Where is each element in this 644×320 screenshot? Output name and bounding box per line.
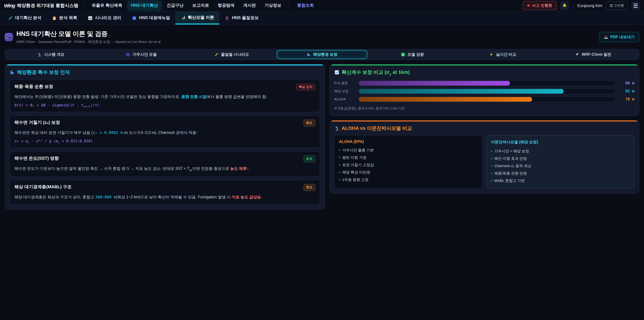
nav-item-integrated-search[interactable]: 통합조회 — [293, 1, 318, 11]
subnav-label: 분석 목록 — [59, 15, 77, 21]
factor-card-surface-roughness: 해수면 거칠기 (z₀) 보정 중요 해수면은 육상 대비 표면 거칠기가 매우… — [10, 115, 320, 148]
tab-gaussian-model[interactable]: 가우시안 모델 — [96, 50, 186, 59]
tab-label: 모델 검증 — [408, 52, 424, 57]
nav-item-reports[interactable]: 보고자료 — [188, 1, 213, 11]
bar-value: 68 m — [618, 81, 634, 85]
brand-mark: Wing — [4, 3, 15, 9]
logout-button[interactable]: 로그아웃 — [606, 1, 628, 10]
brand-logo[interactable]: Wing 해양환경 위기대응 통합시스템 — [4, 3, 78, 9]
tab-label: 실시간 비교 — [496, 52, 516, 57]
nav-item-board[interactable]: 게시판 — [240, 1, 260, 11]
nav-item-oil-spill[interactable]: 유출유 확산예측 — [88, 1, 126, 11]
card-formula: θ(t) = θ₀ + Δθ · sigmoid((t - tshift)/τ) — [14, 103, 315, 108]
factor-cards: 해풍·육풍 순환 보정 핵심 인자 해안에서는 주간(해풍)·야간(육풍) 풍향… — [10, 80, 320, 204]
spiral-icon — [126, 52, 130, 57]
panel-title-text: 확산계수 보정 비교 (σy at 1km) — [342, 69, 410, 76]
lee-model-heading: 이문진박사모델 (해양 보정) — [491, 140, 630, 145]
check-icon — [401, 52, 405, 57]
subnav-scenario-management[interactable]: 시나리오 관리 — [82, 12, 126, 25]
card-body: 해수면은 육상 대비 표면 거칠기가 매우 낮음 (z₀ ≈ 0.0002 m … — [14, 130, 315, 136]
list-item: •평탄 지형 가정 — [339, 154, 478, 161]
nav-item-aerial-search[interactable]: 항공탐색 — [214, 1, 238, 11]
microscope-icon — [38, 52, 42, 57]
list-item: •해안 지형 효과 반영 — [491, 155, 630, 162]
sigma-panel-title: 확산계수 보정 비교 (σy at 1km) — [334, 69, 634, 76]
page-header: HNS 대기확산 모델 이론 및 검증 WRF-Chem · Gaussian … — [0, 25, 644, 48]
bar-track — [358, 81, 615, 86]
subnav-label: HNS 대응매뉴얼 — [139, 15, 170, 21]
tab-realtime-comparison[interactable]: 실시간 비교 — [458, 50, 548, 59]
incident-status-badge[interactable]: 사고 진행중 — [522, 1, 557, 10]
tab-marine-correction[interactable]: 해양환경 보정 — [277, 50, 367, 59]
list-item: •표면 거칠기 고정값 — [339, 161, 478, 168]
app-root: Wing 해양환경 위기대응 통합시스템 유출유 확산예측 HNS·대기확산 긴… — [0, 0, 644, 320]
list-item: •Charnock z₀ 동적 계산 — [491, 162, 630, 169]
wave-icon — [306, 52, 311, 57]
marine-factors-title: 해양환경 특수 보정 인자 — [10, 69, 320, 76]
nav-item-hns-dispersion[interactable]: HNS·대기확산 — [127, 1, 162, 11]
right-column: 확산계수 보정 비교 (σy at 1km) P-G 원본68 m해양 보정92… — [329, 64, 639, 194]
card-title: 해상 대기경계층(MABL) 구조 — [14, 184, 72, 190]
bar-label: ALOHA — [334, 98, 355, 101]
page-title: HNS 대기확산 모델 이론 및 검증 — [16, 30, 161, 38]
bar-label: 해양 보정 — [334, 89, 355, 94]
status-dot-icon — [527, 4, 530, 7]
tab-label: 시스템 개요 — [44, 52, 64, 57]
triangle-ruler-icon — [6, 35, 11, 39]
microscope-icon — [334, 126, 339, 131]
list-item: •가우시안 플룸 기본 — [339, 146, 478, 154]
bar-value: 92 m — [618, 89, 634, 94]
bell-icon — [562, 3, 567, 8]
pdf-export-label: PDF 내보내기 — [610, 34, 634, 40]
card-body: 해수면 온도가 기온보다 높으면 열적 불안정 촉진 → 수직 혼합 증가 → … — [14, 166, 315, 172]
priority-badge: 중요 — [304, 120, 315, 127]
aloha-box: ALOHA (EPA) •가우시안 플룸 기본•평탄 지형 가정•표면 거칠기 … — [334, 135, 482, 189]
card-title: 해수면 거칠기 (z₀) 보정 — [14, 120, 60, 126]
divider — [573, 3, 574, 8]
subnav-hns-substance-info[interactable]: HNS 물질정보 — [220, 12, 264, 25]
card-body: 해양 대기경계층은 육상과 구조가 상이. 혼합고 300~800 m(육상 1… — [14, 194, 315, 200]
lee-model-feature-list: •가우시안 + 해양 보정•해안 지형 효과 반영•Charnock z₀ 동적… — [491, 147, 630, 184]
subnav-label: HNS 물질정보 — [232, 15, 259, 21]
triangle-ruler-icon — [181, 15, 186, 20]
priority-badge: 보조 — [304, 156, 315, 163]
subnav-analysis-list[interactable]: 분석 목록 — [47, 12, 82, 25]
tab-model-validation[interactable]: 모델 검증 — [367, 50, 458, 59]
bar-row: P-G 원본68 m — [334, 81, 634, 86]
sigma-bar-chart: P-G 원본68 m해양 보정92 mALOHA78 m — [334, 81, 634, 102]
list-item: •MABL 혼합고 가변 — [491, 177, 630, 184]
subnav-label: 확산모델 이론 — [188, 15, 214, 20]
wave-icon — [10, 70, 15, 75]
subnav-hns-response-manual[interactable]: HNS 대응매뉴얼 — [126, 12, 176, 25]
page-subtitle: WRF-Chem · Gaussian Plume/Puff · ROMS · … — [16, 40, 161, 44]
hamburger-icon — [634, 4, 638, 8]
menu-button[interactable] — [631, 1, 640, 10]
marine-factors-panel: 해양환경 특수 보정 인자 해풍·육풍 순환 보정 핵심 인자 해안에서는 주간… — [5, 64, 325, 209]
subnav-air-dispersion-analysis[interactable]: 대기확산 분석 — [3, 12, 47, 25]
bar-fill — [359, 97, 532, 102]
subnav-dispersion-model-theory[interactable]: 확산모델 이론 — [176, 12, 220, 25]
lightning-icon — [489, 52, 494, 57]
bar-fill — [359, 89, 563, 94]
nav-item-weather[interactable]: 기상정보 — [261, 1, 285, 11]
card-formula: z₀ = αc · u*² / g (αc ≈ 0.011~0.018) — [14, 139, 315, 144]
pen-icon — [8, 16, 13, 20]
notifications-button[interactable] — [560, 1, 569, 10]
pdf-export-button[interactable]: PDF 내보내기 — [599, 32, 639, 42]
tab-substance-scenarios[interactable]: 물질별 시나리오 — [186, 50, 277, 59]
nav-item-rescue[interactable]: 긴급구난 — [163, 1, 187, 11]
factor-card-sst: 해수면 온도(SST) 영향 보조 해수면 온도가 기온보다 높으면 열적 불안… — [10, 152, 320, 177]
subnav-label: 시나리오 관리 — [95, 15, 121, 21]
page-header-text: HNS 대기확산 모델 이론 및 검증 WRF-Chem · Gaussian … — [16, 30, 161, 44]
tab-label: 가우시안 모델 — [132, 52, 157, 57]
sub-nav: 대기확산 분석 분석 목록 시나리오 관리 HNS 대응매 — [0, 12, 644, 25]
priority-badge: 중요 — [304, 184, 315, 191]
tab-wrf-chem[interactable]: WRF-Chem 발전 — [548, 50, 638, 59]
dna-icon — [225, 16, 230, 20]
tab-system-overview[interactable]: 시스템 개요 — [6, 50, 96, 59]
list-item: •1차원 풍향 고정 — [339, 176, 478, 183]
divider — [289, 3, 289, 8]
list-item: •해양 특성 미반영 — [339, 168, 478, 176]
divider — [83, 3, 83, 8]
comparison-panel-title: ALOHA vs 이문진박사모델 비교 — [334, 125, 634, 132]
